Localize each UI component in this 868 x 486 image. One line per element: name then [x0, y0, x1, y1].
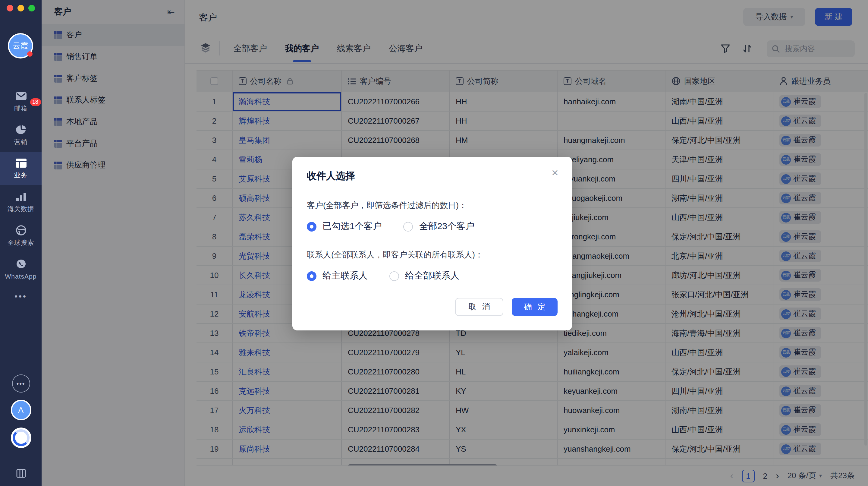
customer-scope-options: 已勾选1个客户 全部23个客户 — [307, 221, 558, 232]
close-window-button[interactable] — [7, 5, 13, 11]
workspace-avatar[interactable]: A — [10, 400, 31, 420]
rail-more-icon[interactable]: ••• — [14, 291, 27, 301]
radio-all-contacts[interactable] — [390, 271, 399, 281]
rail-nav: 18 邮箱 营销 业务 海关数据 全球搜索 WhatsApp ••• — [0, 84, 41, 301]
cancel-button[interactable]: 取 消 — [455, 298, 503, 316]
rail-item-label: 业务 — [14, 171, 27, 180]
radio-main-contact[interactable] — [307, 271, 316, 281]
customer-scope-label: 客户(全部客户，即筛选条件过滤后的数目)： — [307, 200, 558, 211]
rail-item-全球搜索[interactable]: 全球搜索 — [0, 219, 41, 253]
radio-selected-customers-label[interactable]: 已勾选1个客户 — [322, 221, 382, 232]
dialog-title: 收件人选择 — [307, 170, 558, 183]
app-grid-icon[interactable] — [16, 468, 26, 479]
radio-all-contacts-label[interactable]: 给全部联系人 — [405, 270, 459, 282]
contact-scope-options: 给主联系人 给全部联系人 — [307, 270, 558, 282]
contact-scope-label: 联系人(全部联系人，即客户关联的所有联系人)： — [307, 250, 558, 261]
rail-item-海关数据[interactable]: 海关数据 — [0, 185, 41, 219]
radio-main-contact-label[interactable]: 给主联系人 — [322, 270, 368, 282]
sync-spinner-icon[interactable] — [10, 427, 31, 448]
rail-item-WhatsApp[interactable]: WhatsApp — [0, 253, 41, 285]
window-controls — [7, 5, 35, 11]
radio-selected-customers[interactable] — [307, 221, 316, 231]
confirm-button[interactable]: 确 定 — [512, 298, 558, 316]
divider — [10, 458, 32, 458]
notification-dot — [27, 51, 33, 57]
rail-item-业务[interactable]: 业务 — [0, 152, 41, 185]
close-icon[interactable]: ✕ — [551, 168, 559, 179]
rail-item-营销[interactable]: 营销 — [0, 118, 41, 152]
rail-item-label: 营销 — [14, 138, 27, 147]
rail-item-label: 海关数据 — [7, 205, 34, 213]
user-avatar-label: 云霞 — [13, 40, 28, 51]
rail-item-label: 全球搜索 — [7, 239, 34, 247]
minimize-window-button[interactable] — [18, 5, 24, 11]
recipient-select-dialog: 收件人选择 ✕ 客户(全部客户，即筛选条件过滤后的数目)： 已勾选1个客户 全部… — [292, 157, 572, 330]
user-avatar[interactable]: 云霞 — [8, 33, 33, 59]
radio-all-customers[interactable] — [404, 221, 413, 231]
rail-bottom: ••• A — [0, 374, 41, 479]
radio-all-customers-label[interactable]: 全部23个客户 — [419, 221, 474, 232]
primary-sidebar: 云霞 18 邮箱 营销 业务 海关数据 全球搜索 WhatsApp ••• ••… — [0, 0, 41, 486]
app-window: 云霞 18 邮箱 营销 业务 海关数据 全球搜索 WhatsApp ••• ••… — [0, 0, 868, 486]
rail-item-label: 邮箱 — [14, 104, 27, 113]
rail-item-邮箱[interactable]: 18 邮箱 — [0, 84, 41, 118]
more-apps-icon[interactable]: ••• — [12, 374, 30, 393]
zoom-window-button[interactable] — [28, 5, 35, 11]
mail-badge: 18 — [30, 98, 41, 106]
rail-item-label: WhatsApp — [5, 273, 37, 280]
